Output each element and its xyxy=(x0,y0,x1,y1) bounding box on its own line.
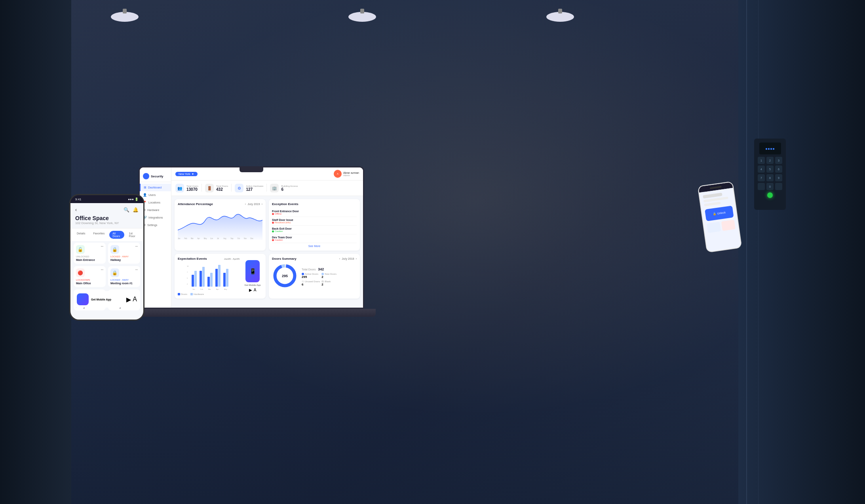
see-more-link[interactable]: See More xyxy=(272,245,357,247)
left-wall-panel xyxy=(0,0,71,504)
svg-rect-23 xyxy=(218,265,221,287)
phone-tab-details[interactable]: Details xyxy=(74,231,88,239)
hardware-icon: ⚙ xyxy=(235,184,243,192)
svg-text:295: 295 xyxy=(282,274,288,278)
bell-icon[interactable]: 🔔 xyxy=(133,207,139,213)
svg-text:Apr: Apr xyxy=(197,238,200,240)
dashboard-ui: Securify ⊞ Dashboard 👤 Users 📍 Locations… xyxy=(140,167,363,308)
phone-door-row-1: 🔓 ••• UNLOCKED Main Entrance 🔒 ••• LOCKE… xyxy=(74,243,140,264)
svg-rect-18 xyxy=(200,271,202,287)
dashboard-charts-row2: Expectation Events Jan05 - Apr05 10 7 5 … xyxy=(171,254,363,302)
door-name-main-entrance: Main Entrance xyxy=(76,259,103,261)
chart-nav[interactable]: ‹ July 2019 › xyxy=(245,203,262,205)
stats-bar: 👥 Total Users 13070 🚪 Total Doors 432 xyxy=(171,181,363,196)
exception-events-title: Exception Events xyxy=(272,202,357,206)
laptop-screen: Securify ⊞ Dashboard 👤 Users 📍 Locations… xyxy=(139,166,364,309)
phone-door-card-main-entrance[interactable]: 🔓 ••• UNLOCKED Main Entrance xyxy=(74,243,106,264)
svg-text:2: 2 xyxy=(187,283,188,285)
phone-door-card-main-office[interactable]: 🔴 ••• LOCKDOWN Main Office xyxy=(74,266,106,287)
user-role: Admin xyxy=(343,174,359,177)
attendance-chart-area: Jan Feb Mar Apr May Jun Jul Aug Sep Oct xyxy=(178,208,262,240)
svg-rect-22 xyxy=(215,269,218,287)
laptop-notch xyxy=(240,167,263,172)
stat-divider-3 xyxy=(266,184,267,192)
location-badge[interactable]: New York ▼ xyxy=(175,172,198,176)
mobile-phone-device: 9:41 ●●● 🔋 ‹ 🔍 🔔 Office Space 102 Downin… xyxy=(69,194,144,321)
svg-rect-21 xyxy=(210,273,213,287)
door-name-meeting-1: Meeting room #1 xyxy=(110,282,138,285)
phone-header-icons: 🔍 🔔 xyxy=(124,207,139,213)
stat-divider-2 xyxy=(231,184,232,192)
door-keypad[interactable]: ●●●● 1 2 3 4 5 6 7 8 9 0 xyxy=(754,139,786,210)
svg-rect-24 xyxy=(223,273,226,287)
door-unlocked-icon: 🔓 xyxy=(76,245,85,254)
svg-text:7: 7 xyxy=(187,271,188,273)
app-store-icon[interactable]: A xyxy=(133,296,137,303)
svg-text:Aug: Aug xyxy=(223,238,226,240)
svg-rect-20 xyxy=(207,277,210,287)
phone-door-list: 🔓 ••• UNLOCKED Main Entrance 🔒 ••• LOCKE… xyxy=(70,241,143,321)
svg-text:Feb: Feb xyxy=(184,238,187,240)
door-lockdown-icon-1: 🔴 xyxy=(76,268,85,277)
exception-item-1: Front Entrance Door Offline xyxy=(272,208,357,217)
phone-tab-1st-floor[interactable]: 1st Floor xyxy=(126,231,140,239)
svg-text:Jan: Jan xyxy=(192,288,195,290)
sidebar-item-dashboard[interactable]: ⊞ Dashboard xyxy=(140,184,171,191)
phone-app-header: ‹ 🔍 🔔 xyxy=(70,203,143,215)
phone-door-row-2: 🔴 ••• LOCKDOWN Main Office 🔒 ••• LOCKED … xyxy=(74,266,140,287)
doors-summary-widget: Doors Summary ‹ July 2018 › xyxy=(269,254,360,299)
search-icon[interactable]: 🔍 xyxy=(124,207,129,213)
user-avatar: A xyxy=(334,170,342,178)
dashboard-sidebar: Securify ⊞ Dashboard 👤 Users 📍 Locations… xyxy=(140,167,171,308)
phone-title-section: Office Space 102 Downing St, New York, N… xyxy=(70,215,143,228)
doors-stats-list: Total Doors 342 Active Doors xyxy=(302,267,340,286)
dashboard-main: New York ▼ A Abrar azman Admin 👥 xyxy=(171,167,363,308)
svg-text:10: 10 xyxy=(187,265,189,267)
door-name-main-office: Main Office xyxy=(76,282,103,285)
app-store-info: Get Mobile App xyxy=(91,298,124,301)
svg-text:Feb: Feb xyxy=(200,288,203,290)
svg-rect-17 xyxy=(194,271,197,287)
stat-divider-1 xyxy=(202,184,202,192)
user-profile-area[interactable]: A Abrar azman Admin xyxy=(334,170,359,178)
phone-door-card-meeting-1[interactable]: 🔒 ••• LOCKED · AWAY Meeting room #1 xyxy=(108,266,140,287)
app-logo: Securify xyxy=(140,171,171,182)
phone-back-button[interactable]: ‹ xyxy=(75,207,77,213)
users-icon: 👥 xyxy=(175,184,184,192)
building-icon: 🏢 xyxy=(270,184,279,192)
doors-summary-nav[interactable]: ‹ July 2018 › xyxy=(339,257,357,260)
get-mobile-app-label: Get Mobile App xyxy=(244,284,260,286)
doors-summary-title: Doors Summary ‹ July 2018 › xyxy=(272,257,357,261)
ceiling-light-2 xyxy=(348,12,376,22)
laptop-device: Securify ⊞ Dashboard 👤 Users 📍 Locations… xyxy=(139,166,364,321)
exception-item-2: Staff Door Issue Resolved (info) xyxy=(272,217,357,226)
phone-screen: ‹ 🔍 🔔 Office Space 102 Downing St, New Y… xyxy=(70,203,143,321)
svg-text:Mar: Mar xyxy=(208,288,211,290)
svg-text:Jun: Jun xyxy=(210,238,213,240)
phone-door-card-hallway[interactable]: 🔒 ••• LOCKED · AWAY Hallway xyxy=(108,243,140,264)
svg-text:Jan: Jan xyxy=(178,238,181,240)
dashboard-header: New York ▼ A Abrar azman Admin xyxy=(171,167,363,181)
svg-text:Oct: Oct xyxy=(238,238,240,240)
attendance-chart-title: Attendance Percentage ‹ July 2019 › xyxy=(178,202,262,206)
doors-donut-chart: 295 xyxy=(272,263,298,290)
phone-location-address: 102 Downing St, New York, NY xyxy=(75,221,139,225)
laptop-base xyxy=(127,309,376,317)
phone-frame: 9:41 ●●● 🔋 ‹ 🔍 🔔 Office Space 102 Downin… xyxy=(69,194,144,321)
ceiling-light-1 xyxy=(111,12,139,22)
svg-text:Mar: Mar xyxy=(191,238,194,240)
exception-events-list: Front Entrance Door Offline Staff Door I… xyxy=(272,208,357,243)
door-name-hallway: Hallway xyxy=(110,259,138,261)
phone-tab-all-doors[interactable]: All Doors xyxy=(109,231,124,239)
play-store-icon[interactable]: ▶ xyxy=(126,296,131,303)
keypad-green-led xyxy=(767,192,773,198)
logo-icon xyxy=(143,173,149,179)
phone-tab-favorites[interactable]: Favorites xyxy=(90,231,108,239)
svg-text:Sep: Sep xyxy=(230,238,234,240)
app-store-buttons[interactable]: ▶ A xyxy=(126,296,137,303)
dashboard-charts-row1: Attendance Percentage ‹ July 2019 › xyxy=(171,196,363,254)
svg-rect-16 xyxy=(192,275,194,287)
app-name: Securify xyxy=(151,175,163,178)
user-name: Abrar azman xyxy=(343,171,359,174)
exception-item-3: Back Exit Door Caution xyxy=(272,226,357,234)
